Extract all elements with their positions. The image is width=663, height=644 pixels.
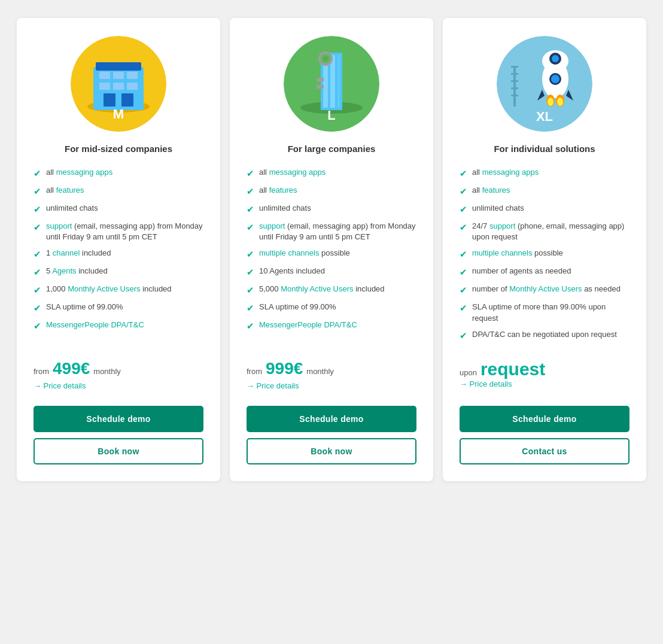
svg-rect-22 xyxy=(317,78,324,81)
pricing-from-xl: upon request xyxy=(460,359,629,379)
feature-m-9: ✔MessengerPeople DPA/T&C xyxy=(34,320,203,332)
link-mau-l[interactable]: Monthly Active Users xyxy=(281,284,353,293)
price-amount-m: 499€ xyxy=(53,359,90,378)
pricing-from-m: from 499€ monthly xyxy=(34,359,203,378)
link-support-xl[interactable]: support xyxy=(489,221,515,230)
svg-rect-9 xyxy=(127,83,138,90)
svg-rect-8 xyxy=(113,83,124,90)
link-features-xl[interactable]: features xyxy=(482,186,510,195)
svg-point-21 xyxy=(323,56,328,61)
feature-xl-9: ✔DPA/T&C can be negotiated upon request xyxy=(460,329,629,342)
svg-rect-11 xyxy=(121,93,133,107)
features-list-l: ✔all messaging apps ✔all features ✔unlim… xyxy=(247,167,416,347)
pricing-card-xl: XL For individual solutions ✔all messagi… xyxy=(443,18,646,481)
schedule-demo-button-l[interactable]: Schedule demo xyxy=(247,406,416,432)
feature-xl-7: ✔number of Monthly Active Users as neede… xyxy=(460,284,629,296)
feature-xl-5: ✔multiple channels possible xyxy=(460,248,629,260)
price-request-xl: request xyxy=(480,359,545,379)
card-subtitle-xl: For individual solutions xyxy=(460,144,629,154)
svg-rect-31 xyxy=(511,95,518,96)
price-amount-l: 999€ xyxy=(266,359,303,378)
link-channels-l[interactable]: multiple channels xyxy=(259,248,319,257)
svg-text:M: M xyxy=(113,107,124,121)
card-image-m: M xyxy=(34,36,203,132)
price-suffix-m: monthly xyxy=(93,367,121,376)
pricing-card-m: M For mid-sized companies ✔all messaging… xyxy=(17,18,220,481)
upon-label-xl: upon xyxy=(460,368,477,377)
feature-l-6: ✔10 Agents included xyxy=(247,266,416,278)
svg-rect-6 xyxy=(127,72,138,79)
from-label-m: from xyxy=(34,367,49,376)
feature-m-5: ✔1 channel included xyxy=(34,248,203,260)
feature-l-9: ✔MessengerPeople DPA/T&C xyxy=(247,320,416,332)
pricing-section-l: from 999€ monthly → Price details xyxy=(247,359,416,395)
price-suffix-l: monthly xyxy=(306,367,334,376)
pricing-section-m: from 499€ monthly → Price details xyxy=(34,359,203,395)
feature-m-1: ✔all messaging apps xyxy=(34,167,203,180)
svg-rect-18 xyxy=(337,55,340,108)
link-mau-m[interactable]: Monthly Active Users xyxy=(68,284,140,293)
link-channels-xl[interactable]: multiple channels xyxy=(472,248,532,257)
card-subtitle-l: For large companies xyxy=(247,144,416,154)
tier-icon-l: L xyxy=(284,36,379,132)
card-subtitle-m: For mid-sized companies xyxy=(34,144,203,154)
link-mau-xl[interactable]: Monthly Active Users xyxy=(509,284,582,293)
feature-m-6: ✔5 Agents included xyxy=(34,266,203,278)
feature-m-8: ✔SLA uptime of 99.00% xyxy=(34,302,203,314)
card-image-l: L xyxy=(247,36,416,132)
price-details-link-xl[interactable]: → Price details xyxy=(460,379,629,388)
contact-us-button-xl[interactable]: Contact us xyxy=(460,438,629,464)
link-messaging-apps-m[interactable]: messaging apps xyxy=(56,168,113,177)
price-details-link-l[interactable]: → Price details xyxy=(247,381,416,390)
svg-point-41 xyxy=(548,98,553,106)
feature-l-4: ✔support (email, messaging app) from Mon… xyxy=(247,221,416,242)
schedule-demo-button-xl[interactable]: Schedule demo xyxy=(460,406,629,432)
link-messaging-apps-xl[interactable]: messaging apps xyxy=(482,168,539,177)
link-messaging-apps-l[interactable]: messaging apps xyxy=(269,168,326,177)
link-dpa-l[interactable]: MessengerPeople DPA/T&C xyxy=(259,320,357,329)
features-list-m: ✔all messaging apps ✔all features ✔unlim… xyxy=(34,167,203,347)
feature-xl-4: ✔24/7 support (phone, email, messaging a… xyxy=(460,221,629,242)
card-image-xl: XL xyxy=(460,36,629,132)
feature-l-8: ✔SLA uptime of 99.00% xyxy=(247,302,416,314)
svg-rect-28 xyxy=(511,73,518,75)
feature-l-3: ✔unlimited chats xyxy=(247,203,416,215)
svg-rect-5 xyxy=(113,72,124,79)
pricing-section-xl: upon request → Price details xyxy=(460,359,629,395)
link-channel-m[interactable]: channel xyxy=(53,248,80,257)
pricing-container: M For mid-sized companies ✔all messaging… xyxy=(12,18,651,481)
link-features-l[interactable]: features xyxy=(269,186,297,195)
link-support-l[interactable]: support xyxy=(259,221,285,230)
svg-rect-4 xyxy=(99,72,110,79)
pricing-card-l: L For large companies ✔all messaging app… xyxy=(230,18,433,481)
feature-l-7: ✔5,000 Monthly Active Users included xyxy=(247,284,416,296)
svg-point-35 xyxy=(552,55,559,62)
feature-l-1: ✔all messaging apps xyxy=(247,167,416,180)
feature-xl-2: ✔all features xyxy=(460,185,629,198)
link-dpa-m[interactable]: MessengerPeople DPA/T&C xyxy=(46,320,144,329)
from-label-l: from xyxy=(247,367,262,376)
svg-rect-26 xyxy=(513,66,516,107)
link-support-m[interactable]: support xyxy=(46,221,72,230)
feature-l-5: ✔multiple channels possible xyxy=(247,248,416,260)
link-agents-m[interactable]: Agents xyxy=(52,266,76,275)
svg-rect-30 xyxy=(511,87,518,89)
feature-m-7: ✔1,000 Monthly Active Users included xyxy=(34,284,203,296)
feature-xl-8: ✔SLA uptime of more than 99.00% upon req… xyxy=(460,302,629,323)
svg-rect-27 xyxy=(511,66,518,68)
pricing-from-l: from 999€ monthly xyxy=(247,359,416,378)
book-now-button-l[interactable]: Book now xyxy=(247,438,416,464)
schedule-demo-button-m[interactable]: Schedule demo xyxy=(34,406,203,432)
svg-rect-10 xyxy=(104,93,115,107)
book-now-button-m[interactable]: Book now xyxy=(34,438,203,464)
price-details-link-m[interactable]: → Price details xyxy=(34,381,203,390)
svg-text:L: L xyxy=(327,108,335,123)
svg-point-37 xyxy=(551,75,559,83)
svg-rect-29 xyxy=(511,80,518,82)
feature-xl-3: ✔unlimited chats xyxy=(460,203,629,215)
feature-m-4: ✔support (email, messaging app) from Mon… xyxy=(34,221,203,242)
svg-rect-3 xyxy=(96,62,141,71)
features-list-xl: ✔all messaging apps ✔all features ✔unlim… xyxy=(460,167,629,347)
svg-text:XL: XL xyxy=(536,109,553,124)
link-features-m[interactable]: features xyxy=(56,186,84,195)
